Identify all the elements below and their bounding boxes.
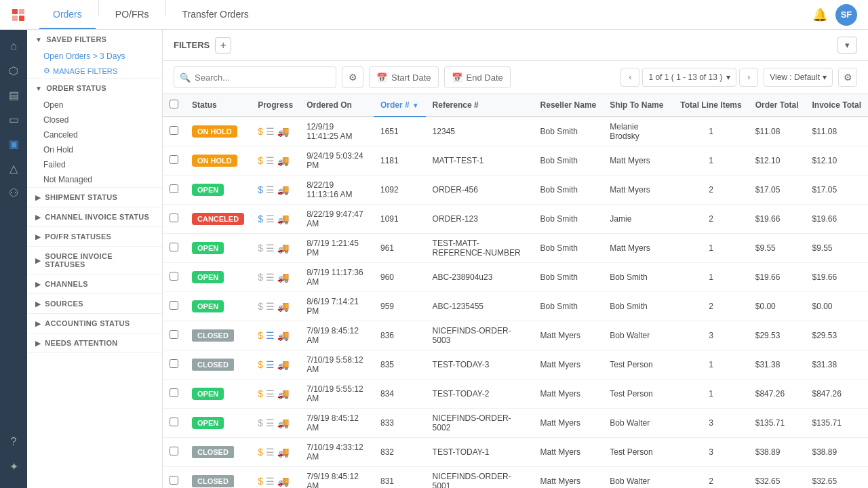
sidebar-icon-cart[interactable]: ▣ xyxy=(3,133,24,155)
channels-section: ▶ CHANNELS xyxy=(27,274,162,294)
filter-open[interactable]: Open xyxy=(27,98,162,113)
row-ordered-on: 9/24/19 5:03:24 PM xyxy=(300,146,374,176)
filter-failed[interactable]: Failed xyxy=(27,157,162,172)
row-checkbox-cell xyxy=(163,321,185,350)
table-row: CLOSED $☰🚚 7/9/19 8:45:12 AM 831 NICEFIN… xyxy=(163,467,868,489)
tab-transfer-orders[interactable]: Transfer Orders xyxy=(169,0,262,29)
row-checkbox[interactable] xyxy=(170,272,178,281)
dollar-icon: $ xyxy=(258,476,263,487)
row-order-total: $31.38 xyxy=(749,350,806,380)
shipment-caret: ▶ xyxy=(35,194,41,201)
app-body: ⌂ ⬡ ▤ ▭ ▣ △ ⚇ ? ✦ ▼ SAVED FILTERS Open O… xyxy=(0,30,868,488)
row-order-num: 1651 xyxy=(374,117,426,146)
prev-page-button[interactable]: ‹ xyxy=(620,68,639,87)
dollar-icon: $ xyxy=(258,155,263,166)
sidebar-icon-users[interactable]: ⚇ xyxy=(3,182,24,203)
channel-invoice-label: CHANNEL INVOICE STATUS xyxy=(45,213,149,221)
row-checkbox[interactable] xyxy=(170,214,178,222)
start-date-picker[interactable]: 📅 Start Date xyxy=(369,66,439,88)
filter-canceled[interactable]: Canceled xyxy=(27,127,162,142)
row-ship-to: Matt Myers xyxy=(603,234,673,263)
page-info[interactable]: 1 of 1 ( 1 - 13 of 13 ) ▾ xyxy=(642,68,736,87)
row-ordered-on: 7/10/19 4:33:12 AM xyxy=(300,438,374,467)
row-checkbox[interactable] xyxy=(170,126,178,135)
col-order-num[interactable]: Order #▼ xyxy=(374,94,426,117)
page-info-text: 1 of 1 ( 1 - 13 of 13 ) xyxy=(648,73,722,82)
needs-attention-header[interactable]: ▶ NEEDS ATTENTION xyxy=(27,333,162,352)
status-badge: CANCELED xyxy=(192,213,244,225)
row-invoice-total: $135.71 xyxy=(806,409,868,438)
sources-header[interactable]: ▶ SOURCES xyxy=(27,294,162,313)
channels-header[interactable]: ▶ CHANNELS xyxy=(27,274,162,293)
row-progress: $☰🚚 xyxy=(251,380,300,409)
accounting-header[interactable]: ▶ ACCOUNTING STATUS xyxy=(27,314,162,333)
view-settings-button[interactable]: ⚙ xyxy=(838,68,857,87)
next-page-button[interactable]: › xyxy=(739,68,758,87)
status-badge: CLOSED xyxy=(192,475,234,487)
tab-pofrs[interactable]: PO/FRs xyxy=(102,0,163,29)
col-ordered-on: Ordered On xyxy=(300,94,374,117)
sidebar-icon-doc[interactable]: ▭ xyxy=(3,108,24,130)
row-checkbox-cell xyxy=(163,234,185,263)
order-status-header[interactable]: ▼ ORDER STATUS xyxy=(27,79,162,98)
row-checkbox[interactable] xyxy=(170,447,178,455)
source-invoice-header[interactable]: ▶ SOURCE INVOICE STATUSES xyxy=(27,247,162,274)
sidebar-icon-chart[interactable]: △ xyxy=(3,157,24,179)
search-settings-button[interactable]: ⚙ xyxy=(342,66,363,88)
select-all-checkbox[interactable] xyxy=(170,100,178,108)
sidebar-icon-tag[interactable]: ⬡ xyxy=(3,60,24,81)
source-invoice-caret: ▶ xyxy=(35,257,41,264)
sidebar-icon-launch[interactable]: ✦ xyxy=(3,455,24,477)
select-all-header xyxy=(163,94,185,117)
row-reference: ABC-1235455 xyxy=(426,292,534,321)
filter-closed[interactable]: Closed xyxy=(27,113,162,127)
row-reseller: Bob Smith xyxy=(534,292,604,321)
row-order-num: 833 xyxy=(374,409,426,438)
sidebar-icon-inbox[interactable]: ▤ xyxy=(3,84,24,106)
saved-filter-open-orders[interactable]: Open Orders > 3 Days xyxy=(27,49,162,64)
view-select[interactable]: View : Default ▾ xyxy=(764,68,833,87)
search-input[interactable] xyxy=(195,73,330,83)
filter-sidebar: ▼ SAVED FILTERS Open Orders > 3 Days ⚙ M… xyxy=(27,30,163,488)
tab-orders[interactable]: Orders xyxy=(39,0,96,29)
notification-bell[interactable]: 🔔 xyxy=(812,7,827,22)
row-reference: TEST-TODAY-3 xyxy=(426,350,534,380)
status-badge: CLOSED xyxy=(192,329,234,342)
dollar-icon: $ xyxy=(258,359,263,370)
row-checkbox[interactable] xyxy=(170,330,178,339)
row-reference: 12345 xyxy=(426,117,534,146)
row-status: CLOSED xyxy=(185,438,251,467)
sidebar-icon-home[interactable]: ⌂ xyxy=(3,35,24,57)
row-checkbox[interactable] xyxy=(170,301,178,310)
row-progress: $☰🚚 xyxy=(251,176,300,205)
accounting-label: ACCOUNTING STATUS xyxy=(45,319,130,327)
saved-filters-header[interactable]: ▼ SAVED FILTERS xyxy=(27,30,162,49)
row-ordered-on: 8/7/19 11:17:36 AM xyxy=(300,263,374,292)
row-checkbox[interactable] xyxy=(170,155,178,164)
sources-caret: ▶ xyxy=(35,300,41,308)
end-date-picker[interactable]: 📅 End Date xyxy=(444,66,511,88)
row-reseller: Bob Smith xyxy=(534,117,604,146)
row-checkbox[interactable] xyxy=(170,476,178,485)
row-reseller: Matt Myers xyxy=(534,321,604,350)
row-checkbox[interactable] xyxy=(170,418,178,426)
row-checkbox[interactable] xyxy=(170,184,178,193)
pofr-header[interactable]: ▶ PO/FR STATUSES xyxy=(27,227,162,246)
row-checkbox[interactable] xyxy=(170,243,178,251)
channel-invoice-header[interactable]: ▶ CHANNEL INVOICE STATUS xyxy=(27,207,162,226)
row-checkbox[interactable] xyxy=(170,388,178,397)
filter-not-managed[interactable]: Not Managed xyxy=(27,172,162,187)
row-ship-to: Bob Smith xyxy=(603,292,673,321)
filter-on-hold[interactable]: On Hold xyxy=(27,142,162,157)
truck-icon: 🚚 xyxy=(277,243,289,253)
collapse-filters-button[interactable]: ▾ xyxy=(837,37,857,54)
sidebar-icon-help[interactable]: ? xyxy=(3,431,24,453)
add-filter-button[interactable]: + xyxy=(215,37,231,54)
list-icon: ☰ xyxy=(266,214,275,224)
manage-filters-link[interactable]: ⚙ MANAGE FILTERS xyxy=(27,64,162,78)
row-checkbox[interactable] xyxy=(170,359,178,368)
search-icon: 🔍 xyxy=(180,73,191,83)
user-avatar[interactable]: SF xyxy=(835,4,857,26)
shipment-status-header[interactable]: ▶ SHIPMENT STATUS xyxy=(27,188,162,207)
progress-icons: $☰🚚 xyxy=(258,243,293,253)
